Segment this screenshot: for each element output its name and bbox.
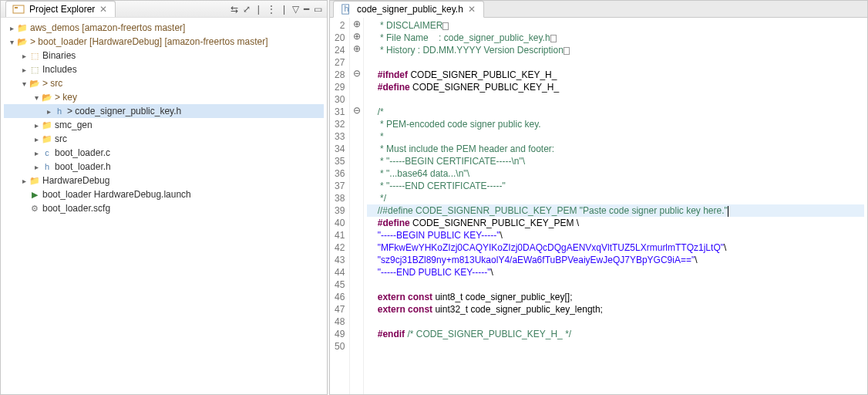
line-number[interactable]: 20 [335,32,345,44]
link-editor-icon[interactable]: ⇆ [230,4,238,15]
tree-item[interactable]: ▾📂> boot_loader [HardwareDebug] [amazon-… [4,35,324,49]
code-line[interactable]: * File Name : code_signer_public_key.h [367,32,864,44]
tree-item[interactable]: ⚙boot_loader.scfg [4,201,324,215]
line-number-gutter[interactable]: 2202427282930313233343536373839404142434… [330,18,350,394]
code-line[interactable]: * [367,130,864,143]
code-line[interactable]: extern const uint32_t code_signer_public… [367,303,864,316]
expander-icon[interactable]: ▸ [19,66,29,74]
code-line[interactable]: * PEM-encoded code signer public key. [367,118,864,130]
line-number[interactable]: 47 [335,303,345,316]
code-line[interactable]: /* [367,106,864,118]
line-number[interactable]: 34 [335,143,345,155]
editor-tab[interactable]: h code_signer_public_key.h ✕ [333,1,484,18]
tree-item[interactable]: ▸📁HardwareDebug [4,174,324,187]
line-number[interactable]: 31 [335,106,345,118]
tree-item[interactable]: ▸📁smc_gen [4,118,324,132]
code-line[interactable]: * Must include the PEM header and footer… [367,143,864,155]
folded-region-icon[interactable] [564,47,570,55]
line-number[interactable]: 45 [335,279,345,291]
code-line[interactable] [367,93,864,106]
code-line[interactable]: * "-----BEGIN CERTIFICATE-----\n"\ [367,155,864,167]
tree-item[interactable]: ▾📂> key [4,90,324,104]
collapse-all-icon[interactable]: ⤢ [243,4,251,15]
code-line[interactable]: * "-----END CERTIFICATE-----" [367,180,864,192]
line-number[interactable]: 27 [335,56,345,69]
code-line[interactable]: //#define CODE_SIGNENR_PUBLIC_KEY_PEM "P… [367,204,864,217]
expander-icon[interactable]: ▸ [19,52,29,60]
fold-gutter[interactable]: ⊕⊕⊕⊖⊖ [350,18,364,394]
fold-toggle[interactable]: ⊕ [350,30,363,42]
line-number[interactable]: 44 [335,266,345,279]
expander-icon[interactable]: ▸ [32,121,41,130]
expander-icon[interactable]: ▸ [32,135,41,143]
expander-icon[interactable]: ▸ [32,163,41,171]
expander-icon[interactable]: ▾ [19,79,29,88]
line-number[interactable]: 33 [335,130,345,143]
expander-icon[interactable]: ▸ [7,24,16,32]
tree-item[interactable]: ▸h> code_signer_public_key.h [4,104,324,118]
line-number[interactable]: 35 [335,155,345,167]
tree-item[interactable]: ▸hboot_loader.h [4,160,324,174]
maximize-icon[interactable]: ▭ [314,4,322,15]
minimize-icon[interactable]: ━ [304,4,309,15]
line-number[interactable]: 42 [335,241,345,254]
expander-icon[interactable]: ▸ [44,107,53,116]
code-line[interactable]: "-----BEGIN PUBLIC KEY-----"\ [367,229,864,241]
code-line[interactable]: * DISCLAIMER [367,19,864,32]
filter-icon[interactable]: ⋮ [267,4,276,15]
code-line[interactable]: #ifndef CODE_SIGNER_PUBLIC_KEY_H_ [367,69,864,81]
tree-item[interactable]: ▸⬚Binaries [4,49,324,62]
code-line[interactable]: * History : DD.MM.YYYY Version Descripti… [367,44,864,56]
code-line[interactable]: * "...base64 data...\n"\ [367,167,864,180]
line-number[interactable]: 48 [335,316,345,328]
expander-icon[interactable]: ▾ [7,38,16,46]
line-number[interactable]: 37 [335,180,345,192]
project-tree[interactable]: ▸📁aws_demos [amazon-freertos master]▾📂> … [1,18,327,394]
close-icon[interactable]: ✕ [466,4,477,15]
code-line[interactable]: */ [367,192,864,204]
close-icon[interactable]: ✕ [98,4,109,15]
code-line[interactable]: "sz9cj31BZl89ny+m813UkaolY4/aEWa6fTuBPVe… [367,254,864,266]
tree-item[interactable]: ▶boot_loader HardwareDebug.launch [4,187,324,201]
line-number[interactable]: 30 [335,93,345,106]
code-line[interactable]: extern const uint8_t code_signer_public_… [367,291,864,303]
fold-toggle[interactable]: ⊖ [350,104,363,116]
view-menu-icon[interactable]: ▽ [292,4,299,15]
line-number[interactable]: 50 [335,340,345,353]
code-line[interactable]: #endif /* CODE_SIGNER_PUBLIC_KEY_H_ */ [367,328,864,340]
code-line[interactable]: #define CODE_SIGNER_PUBLIC_KEY_H_ [367,81,864,93]
line-number[interactable]: 43 [335,254,345,266]
line-number[interactable]: 38 [335,192,345,204]
line-number[interactable]: 39 [335,204,345,217]
expander-icon[interactable]: ▸ [32,149,41,157]
tree-item[interactable]: ▸⬚Includes [4,62,324,76]
expander-icon[interactable]: ▸ [19,177,29,185]
tree-item[interactable]: ▸📁aws_demos [amazon-freertos master] [4,21,324,35]
expander-icon[interactable]: ▾ [32,93,41,102]
tree-item[interactable]: ▸cboot_loader.c [4,146,324,160]
code-line[interactable]: "-----END PUBLIC KEY-----"\ [367,266,864,279]
line-number[interactable]: 28 [335,69,345,81]
code-line[interactable] [367,56,864,69]
line-number[interactable]: 36 [335,167,345,180]
folded-region-icon[interactable] [442,22,449,30]
line-number[interactable]: 40 [335,217,345,229]
code-line[interactable] [367,316,864,328]
line-number[interactable]: 24 [335,44,345,56]
project-explorer-tab[interactable]: Project Explorer ✕ [5,1,116,17]
folded-region-icon[interactable] [550,35,557,42]
code-line[interactable] [367,340,864,353]
line-number[interactable]: 32 [335,118,345,130]
tree-item[interactable]: ▾📂> src [4,76,324,90]
code-line[interactable] [367,279,864,291]
line-number[interactable]: 41 [335,229,345,241]
line-number[interactable]: 2 [335,19,345,32]
fold-toggle[interactable]: ⊕ [350,42,363,55]
line-number[interactable]: 49 [335,328,345,340]
code-line[interactable]: "MFkwEwYHKoZIzj0CAQYIKoZIzj0DAQcDQgAENVx… [367,241,864,254]
code-line[interactable]: #define CODE_SIGNENR_PUBLIC_KEY_PEM \ [367,217,864,229]
fold-toggle[interactable]: ⊖ [350,67,363,79]
line-number[interactable]: 46 [335,291,345,303]
line-number[interactable]: 29 [335,81,345,93]
tree-item[interactable]: ▸📁src [4,132,324,146]
